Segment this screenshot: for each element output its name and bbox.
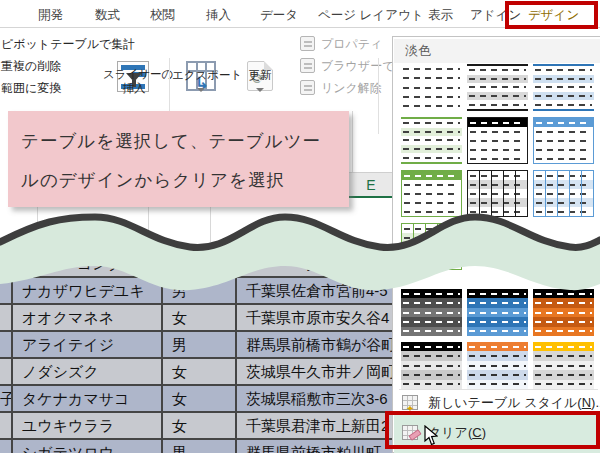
menu-separator	[399, 389, 598, 390]
convert-to-range-button[interactable]: 範囲に変換	[1, 80, 61, 97]
table-style-thumbnail-l6[interactable]	[533, 117, 594, 164]
table-row[interactable]: シガテツロウ男群馬県前橋市粕川町	[0, 438, 394, 453]
tab-view[interactable]: 表示	[428, 7, 453, 24]
table-style-thumbnail-d2[interactable]	[467, 289, 528, 336]
insert-slicer-button[interactable]: スライサーの挿入	[103, 67, 165, 95]
unlink-icon	[300, 80, 315, 95]
table-row[interactable]: ゴンタカ小田原市	[0, 249, 394, 276]
table-style-thumbnail-d4[interactable]	[401, 342, 462, 389]
table-style-thumbnail-d6[interactable]	[533, 342, 594, 389]
table-row[interactable]: ユウキウララ女千葉県君津市上新田2	[0, 411, 394, 438]
table-cell[interactable]: ユウキウララ	[15, 413, 163, 438]
annotation-line-1: テーブルを選択して、テーブルツー	[21, 122, 349, 161]
open-in-browser-icon	[300, 58, 315, 73]
table-cell[interactable]	[0, 413, 13, 438]
thumbnail-band	[402, 207, 461, 216]
table-cell[interactable]	[0, 251, 13, 276]
table-cell[interactable]: 男	[165, 440, 237, 453]
table-cell[interactable]: ノダシズク	[15, 359, 163, 384]
refresh-button[interactable]: 更新	[232, 68, 288, 82]
thumbnail-band	[402, 180, 461, 189]
table-cell[interactable]: 女	[165, 413, 237, 438]
table-cell[interactable]: 茨城県稲敷市三次3-6	[239, 386, 394, 411]
refresh-dropdown-caret[interactable]	[256, 88, 264, 92]
export-button[interactable]: エクスポート	[172, 68, 230, 82]
table-style-thumbnail-d3[interactable]	[533, 289, 594, 336]
table-cell[interactable]	[0, 332, 13, 357]
gridline	[37, 207, 38, 247]
thumbnail-band	[533, 100, 594, 109]
table-cell[interactable]: 群馬県前橋市粕川町	[239, 440, 394, 453]
table-row[interactable]: オオクマネネ女千葉県市原市安久谷4	[0, 303, 394, 330]
thumbnail-band	[401, 380, 462, 389]
table-cell[interactable]	[0, 305, 13, 330]
table-cell[interactable]	[0, 440, 13, 453]
tab-review[interactable]: 校閲	[150, 7, 175, 24]
table-cell[interactable]	[165, 251, 237, 276]
table-cell[interactable]: 千葉県佐倉市宮前4-5	[239, 278, 394, 303]
table-row[interactable]: ノダシズク女茨城県牛久市井ノ岡町	[0, 357, 394, 384]
table-style-thumbnail-l2[interactable]	[467, 64, 528, 111]
table-style-thumbnail-d5[interactable]	[467, 342, 528, 389]
tab-page-layout[interactable]: ページ レイアウト	[318, 7, 424, 24]
thumbnail-band	[401, 289, 462, 298]
table-cell[interactable]: タケナカマサコ	[15, 386, 163, 411]
table-style-thumbnail-l8[interactable]	[467, 170, 528, 217]
table-cell[interactable]: 子	[0, 386, 13, 411]
table-style-thumbnail-l7[interactable]	[401, 170, 462, 217]
table-style-thumbnail-l4[interactable]	[401, 117, 462, 164]
tab-data[interactable]: データ	[260, 7, 298, 24]
column-header-e[interactable]: E	[349, 172, 393, 198]
table-cell[interactable]: 茨城県牛久市井ノ岡町	[239, 359, 394, 384]
table-cell[interactable]: ナカザワヒデユキ	[15, 278, 163, 303]
thumbnail-band	[533, 83, 594, 92]
data-table: ゴンタカ小田原市ナカザワヒデユキ男千葉県佐倉市宮前4-5オオクマネネ女千葉県市原…	[0, 249, 394, 453]
table-style-thumbnail-l5[interactable]	[467, 117, 528, 164]
table-style-thumbnail-l9[interactable]	[533, 170, 594, 217]
thumbnail-band	[467, 289, 528, 298]
table-row[interactable]: 子タケナカマサコ女茨城県稲敷市三次3-6	[0, 384, 394, 411]
thumbnail-band	[401, 153, 462, 162]
thumbnail-band	[401, 64, 462, 73]
table-style-thumbnail-l10[interactable]	[401, 223, 462, 270]
table-row[interactable]: ナカザワヒデユキ男千葉県佐倉市宮前4-5	[0, 276, 394, 303]
table-cell[interactable]: アライテイジ	[15, 332, 163, 357]
thumbnail-band	[401, 361, 462, 370]
table-cell[interactable]	[0, 359, 13, 384]
table-style-thumbnail-l1[interactable]	[401, 64, 462, 111]
properties-icon	[300, 36, 315, 51]
table-style-thumbnail-d1[interactable]	[401, 289, 462, 336]
tab-formulas[interactable]: 数式	[95, 7, 120, 24]
tab-developer[interactable]: 開発	[38, 7, 63, 24]
thumbnail-band	[533, 308, 594, 317]
thumbnail-band	[401, 92, 462, 101]
table-cell[interactable]: 小田原市	[239, 251, 394, 276]
table-cell[interactable]: シガテツロウ	[15, 440, 163, 453]
gridline	[148, 207, 149, 242]
thumbnail-band	[533, 92, 594, 101]
export-dropdown-caret[interactable]	[197, 88, 205, 92]
table-cell[interactable]: 女	[165, 305, 237, 330]
table-row[interactable]: アライテイジ男群馬県前橋市鶴が谷町	[0, 330, 394, 357]
thumbnail-band	[401, 102, 462, 111]
table-cell[interactable]	[0, 278, 13, 303]
summarize-with-pivot-button[interactable]: ピボットテーブルで集計	[1, 36, 135, 53]
table-cell[interactable]: 千葉県市原市安久谷4	[239, 305, 394, 330]
excel-window: 開発 数式 校閲 挿入 データ ページ レイアウト 表示 アドイン デザイン ピ…	[0, 0, 600, 453]
table-cell[interactable]: 女	[165, 359, 237, 384]
table-cell[interactable]: 千葉県君津市上新田2	[239, 413, 394, 438]
thumbnail-band	[468, 154, 527, 163]
table-cell[interactable]: 群馬県前橋市鶴が谷町	[239, 332, 394, 357]
remove-duplicates-button[interactable]: 重複の削除	[1, 58, 61, 75]
table-cell[interactable]: 男	[165, 332, 237, 357]
thumbnail-band	[401, 370, 462, 379]
table-cell[interactable]: 女	[165, 386, 237, 411]
thumbnail-band	[467, 317, 528, 326]
tab-insert[interactable]: 挿入	[206, 7, 231, 24]
table-cell[interactable]: オオクマネネ	[15, 305, 163, 330]
thumbnail-band	[402, 171, 461, 180]
table-style-thumbnail-l3[interactable]	[533, 64, 594, 111]
table-cell[interactable]: 男	[165, 278, 237, 303]
thumbnail-band	[534, 127, 593, 136]
table-cell[interactable]: ゴンタカ	[15, 251, 163, 276]
